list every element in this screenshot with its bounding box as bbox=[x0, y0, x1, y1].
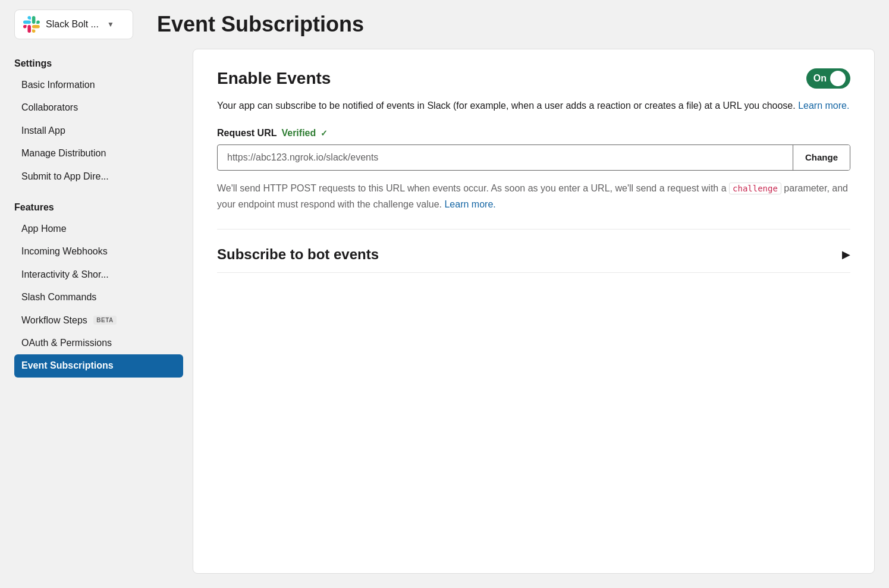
subscribe-section[interactable]: Subscribe to bot events ▶ bbox=[217, 246, 850, 263]
sidebar-item-install-app[interactable]: Install App bbox=[14, 120, 183, 142]
features-heading: Features bbox=[14, 202, 183, 213]
learn-more-link-2[interactable]: Learn more. bbox=[444, 199, 495, 209]
sidebar-item-slash-commands[interactable]: Slash Commands bbox=[14, 286, 183, 309]
sidebar-item-oauth-permissions[interactable]: OAuth & Permissions bbox=[14, 332, 183, 354]
sidebar-item-manage-distribution[interactable]: Manage Distribution bbox=[14, 142, 183, 165]
main-content: Enable Events On Your app can subscribe … bbox=[193, 49, 875, 574]
url-input-wrapper: Change bbox=[217, 144, 850, 171]
verified-badge: Verified bbox=[281, 128, 316, 139]
sidebar-item-collaborators[interactable]: Collaborators bbox=[14, 96, 183, 119]
sidebar-item-interactivity[interactable]: Interactivity & Shor... bbox=[14, 263, 183, 286]
learn-more-link-1[interactable]: Learn more. bbox=[798, 100, 849, 111]
sidebar: Settings Basic Information Collaborators… bbox=[14, 49, 193, 574]
enable-events-title: Enable Events bbox=[217, 69, 331, 88]
request-url-text: Request URL bbox=[217, 128, 277, 139]
sidebar-item-incoming-webhooks[interactable]: Incoming Webhooks bbox=[14, 240, 183, 263]
subscribe-title: Subscribe to bot events bbox=[217, 246, 379, 263]
enable-events-toggle[interactable]: On bbox=[806, 68, 850, 89]
enable-events-header: Enable Events On bbox=[217, 68, 850, 89]
request-url-section: Request URL Verified ✓ Change bbox=[217, 128, 850, 171]
request-url-input[interactable] bbox=[218, 145, 793, 170]
request-url-label: Request URL Verified ✓ bbox=[217, 128, 850, 139]
toggle-label: On bbox=[813, 73, 827, 84]
verified-check-icon: ✓ bbox=[321, 128, 328, 138]
sidebar-item-app-home[interactable]: App Home bbox=[14, 218, 183, 240]
page-title: Event Subscriptions bbox=[157, 12, 364, 37]
settings-heading: Settings bbox=[14, 58, 183, 69]
challenge-code: challenge bbox=[729, 183, 781, 194]
http-description: We'll send HTTP POST requests to this UR… bbox=[217, 180, 850, 212]
slack-logo-icon bbox=[23, 16, 40, 33]
divider-2 bbox=[217, 272, 850, 273]
sidebar-item-basic-information[interactable]: Basic Information bbox=[14, 74, 183, 96]
enable-events-description: Your app can subscribe to be notified of… bbox=[217, 98, 850, 114]
divider bbox=[217, 229, 850, 229]
beta-badge: BETA bbox=[93, 316, 116, 325]
sidebar-item-event-subscriptions[interactable]: Event Subscriptions bbox=[14, 354, 183, 377]
toggle-circle bbox=[830, 71, 846, 86]
change-button[interactable]: Change bbox=[793, 145, 850, 170]
main-layout: Settings Basic Information Collaborators… bbox=[0, 49, 889, 588]
app-selector[interactable]: Slack Bolt ... ▼ bbox=[14, 10, 133, 39]
top-bar: Slack Bolt ... ▼ Event Subscriptions bbox=[0, 0, 889, 49]
workflow-steps-label: Workflow Steps bbox=[21, 315, 87, 325]
app-selector-name: Slack Bolt ... bbox=[46, 19, 99, 30]
sidebar-item-submit-to-app-directory[interactable]: Submit to App Dire... bbox=[14, 165, 183, 188]
arrow-right-icon: ▶ bbox=[842, 248, 850, 261]
chevron-down-icon: ▼ bbox=[107, 20, 114, 29]
sidebar-item-workflow-steps[interactable]: Workflow Steps BETA bbox=[14, 309, 183, 332]
